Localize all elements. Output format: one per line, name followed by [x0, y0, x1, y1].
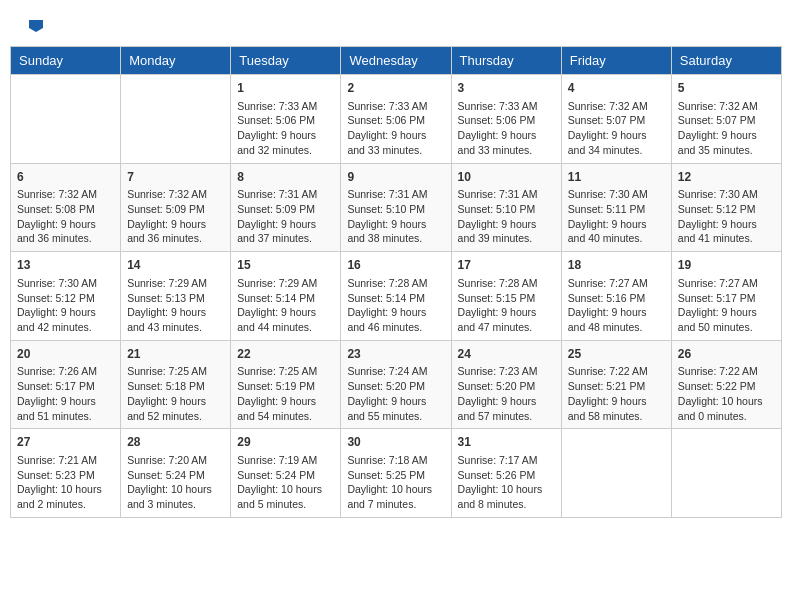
cell-info-line: Sunset: 5:16 PM [568, 291, 665, 306]
calendar-cell: 15Sunrise: 7:29 AMSunset: 5:14 PMDayligh… [231, 252, 341, 341]
calendar-cell [11, 75, 121, 164]
cell-info-line: Sunset: 5:23 PM [17, 468, 114, 483]
day-number: 5 [678, 80, 775, 97]
calendar-cell: 12Sunrise: 7:30 AMSunset: 5:12 PMDayligh… [671, 163, 781, 252]
day-number: 17 [458, 257, 555, 274]
cell-info-line: Sunset: 5:14 PM [347, 291, 444, 306]
cell-info-line: Daylight: 9 hours [568, 128, 665, 143]
cell-info-line: Sunrise: 7:30 AM [17, 276, 114, 291]
logo-flag-icon [27, 18, 45, 36]
cell-info-line: and 36 minutes. [17, 231, 114, 246]
cell-info-line: Daylight: 9 hours [347, 128, 444, 143]
cell-info-line: Sunrise: 7:25 AM [237, 364, 334, 379]
cell-info-line: and 32 minutes. [237, 143, 334, 158]
cell-info-line: Daylight: 9 hours [237, 128, 334, 143]
cell-info-line: Sunset: 5:09 PM [127, 202, 224, 217]
cell-info-line: Daylight: 9 hours [347, 394, 444, 409]
calendar-cell: 29Sunrise: 7:19 AMSunset: 5:24 PMDayligh… [231, 429, 341, 518]
cell-info-line: Sunset: 5:17 PM [678, 291, 775, 306]
calendar-cell [671, 429, 781, 518]
calendar-week-row: 20Sunrise: 7:26 AMSunset: 5:17 PMDayligh… [11, 340, 782, 429]
day-number: 28 [127, 434, 224, 451]
cell-info-line: Sunset: 5:10 PM [347, 202, 444, 217]
cell-info-line: and 3 minutes. [127, 497, 224, 512]
cell-info-line: Sunrise: 7:22 AM [678, 364, 775, 379]
cell-info-line: Sunrise: 7:32 AM [568, 99, 665, 114]
cell-info-line: Daylight: 9 hours [678, 128, 775, 143]
cell-info-line: Daylight: 10 hours [17, 482, 114, 497]
cell-info-line: and 0 minutes. [678, 409, 775, 424]
cell-info-line: Daylight: 10 hours [678, 394, 775, 409]
day-number: 4 [568, 80, 665, 97]
calendar-week-row: 27Sunrise: 7:21 AMSunset: 5:23 PMDayligh… [11, 429, 782, 518]
day-number: 13 [17, 257, 114, 274]
cell-info-line: Sunset: 5:06 PM [458, 113, 555, 128]
cell-info-line: Daylight: 10 hours [347, 482, 444, 497]
day-number: 30 [347, 434, 444, 451]
day-header-thursday: Thursday [451, 47, 561, 75]
day-number: 24 [458, 346, 555, 363]
cell-info-line: Sunrise: 7:23 AM [458, 364, 555, 379]
cell-info-line: Daylight: 9 hours [127, 394, 224, 409]
cell-info-line: Sunset: 5:11 PM [568, 202, 665, 217]
cell-info-line: Sunset: 5:26 PM [458, 468, 555, 483]
cell-info-line: Sunset: 5:19 PM [237, 379, 334, 394]
cell-info-line: and 41 minutes. [678, 231, 775, 246]
cell-info-line: Daylight: 9 hours [568, 305, 665, 320]
logo [25, 20, 45, 36]
cell-info-line: Sunset: 5:06 PM [237, 113, 334, 128]
calendar-week-row: 1Sunrise: 7:33 AMSunset: 5:06 PMDaylight… [11, 75, 782, 164]
cell-info-line: Daylight: 9 hours [17, 305, 114, 320]
cell-info-line: Sunset: 5:20 PM [347, 379, 444, 394]
cell-info-line: Daylight: 9 hours [347, 217, 444, 232]
calendar-cell: 28Sunrise: 7:20 AMSunset: 5:24 PMDayligh… [121, 429, 231, 518]
cell-info-line: Sunset: 5:12 PM [17, 291, 114, 306]
calendar-cell: 4Sunrise: 7:32 AMSunset: 5:07 PMDaylight… [561, 75, 671, 164]
cell-info-line: and 50 minutes. [678, 320, 775, 335]
cell-info-line: Sunrise: 7:31 AM [347, 187, 444, 202]
cell-info-line: and 46 minutes. [347, 320, 444, 335]
cell-info-line: and 44 minutes. [237, 320, 334, 335]
day-number: 7 [127, 169, 224, 186]
cell-info-line: and 42 minutes. [17, 320, 114, 335]
cell-info-line: Sunrise: 7:21 AM [17, 453, 114, 468]
cell-info-line: Sunrise: 7:33 AM [458, 99, 555, 114]
cell-info-line: and 2 minutes. [17, 497, 114, 512]
cell-info-line: and 38 minutes. [347, 231, 444, 246]
cell-info-line: and 37 minutes. [237, 231, 334, 246]
cell-info-line: Sunset: 5:21 PM [568, 379, 665, 394]
cell-info-line: Sunrise: 7:18 AM [347, 453, 444, 468]
calendar-cell: 19Sunrise: 7:27 AMSunset: 5:17 PMDayligh… [671, 252, 781, 341]
cell-info-line: Sunrise: 7:33 AM [237, 99, 334, 114]
calendar-cell: 6Sunrise: 7:32 AMSunset: 5:08 PMDaylight… [11, 163, 121, 252]
day-number: 10 [458, 169, 555, 186]
cell-info-line: Daylight: 9 hours [458, 217, 555, 232]
day-header-tuesday: Tuesday [231, 47, 341, 75]
day-header-saturday: Saturday [671, 47, 781, 75]
cell-info-line: and 55 minutes. [347, 409, 444, 424]
day-number: 29 [237, 434, 334, 451]
calendar-header-row: SundayMondayTuesdayWednesdayThursdayFrid… [11, 47, 782, 75]
day-number: 9 [347, 169, 444, 186]
day-number: 12 [678, 169, 775, 186]
calendar-cell: 9Sunrise: 7:31 AMSunset: 5:10 PMDaylight… [341, 163, 451, 252]
cell-info-line: Sunrise: 7:31 AM [237, 187, 334, 202]
cell-info-line: and 36 minutes. [127, 231, 224, 246]
cell-info-line: and 58 minutes. [568, 409, 665, 424]
day-header-monday: Monday [121, 47, 231, 75]
cell-info-line: Sunset: 5:25 PM [347, 468, 444, 483]
cell-info-line: Sunrise: 7:32 AM [127, 187, 224, 202]
cell-info-line: Sunrise: 7:27 AM [678, 276, 775, 291]
day-number: 27 [17, 434, 114, 451]
cell-info-line: Daylight: 9 hours [237, 394, 334, 409]
cell-info-line: Sunrise: 7:22 AM [568, 364, 665, 379]
cell-info-line: Daylight: 9 hours [458, 394, 555, 409]
cell-info-line: and 7 minutes. [347, 497, 444, 512]
calendar-cell: 26Sunrise: 7:22 AMSunset: 5:22 PMDayligh… [671, 340, 781, 429]
calendar-cell: 23Sunrise: 7:24 AMSunset: 5:20 PMDayligh… [341, 340, 451, 429]
day-number: 2 [347, 80, 444, 97]
cell-info-line: and 48 minutes. [568, 320, 665, 335]
cell-info-line: Sunset: 5:08 PM [17, 202, 114, 217]
cell-info-line: Sunrise: 7:19 AM [237, 453, 334, 468]
day-header-friday: Friday [561, 47, 671, 75]
